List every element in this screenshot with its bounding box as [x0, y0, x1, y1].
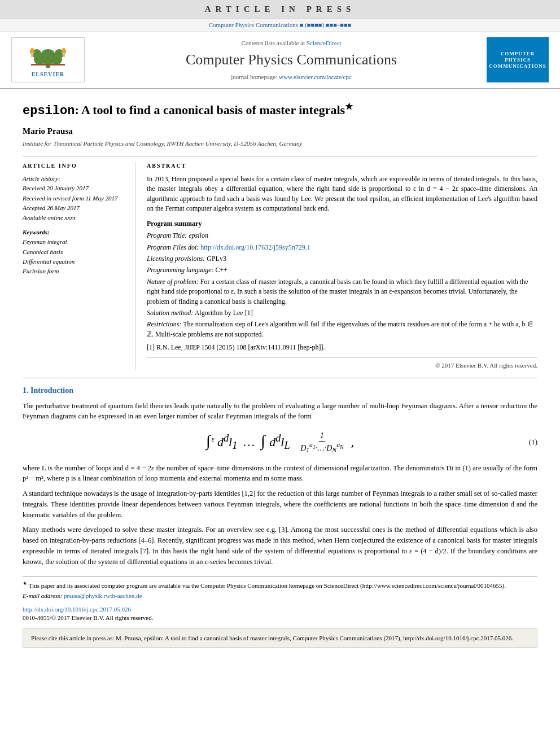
contents-label: Contents lists available at [241, 40, 305, 46]
issn-text: 0010-4655/© 2017 Elsevier B.V. All right… [23, 614, 154, 621]
program-summary: Program summary Program Title: epsilon P… [147, 219, 537, 352]
licensing-line: Licensing provisions: GPLv3 [147, 254, 537, 264]
cpc-logo-title: COMPUTER PHYSICS COMMUNICATIONS [489, 51, 546, 69]
author-name: Mario Prausa [23, 125, 537, 137]
program-summary-title: Program summary [147, 219, 537, 229]
history-label: Article history: [23, 174, 127, 183]
footnote-email: E-mail address: prausa@physik.rwth-aache… [23, 592, 537, 600]
journal-title: Computer Physics Communications [96, 50, 487, 70]
article-info-col: ARTICLE INFO Article history: Received 2… [23, 162, 135, 370]
journal-link-bar: Computer Physics Communications ■ (■■■■)… [0, 19, 560, 32]
abstract-reference: [1] R.N. Lee, JHEP 1504 (2015) 108 [arXi… [147, 343, 537, 352]
abstract-col: ABSTRACT In 2013, Henn proposed a specia… [147, 162, 537, 370]
language-line: Programming language: C++ [147, 265, 537, 275]
licensing-value: GPLv3 [207, 255, 226, 263]
keyword-3: Differential equation [23, 257, 127, 266]
prog-files-link[interactable]: http://dx.doi.org/10.17632/j59sy5n729.1 [200, 243, 310, 251]
article-title: epsilon: A tool to find a canonical basi… [23, 101, 537, 120]
keyword-2: Canonical basis [23, 248, 127, 256]
eq-number-1: (1) [529, 437, 537, 447]
solution-label: Solution method: [147, 309, 193, 317]
homepage-label: journal homepage: [231, 73, 277, 80]
journal-logo-right: COMPUTER PHYSICS COMMUNICATIONS [487, 37, 549, 82]
solution-text: Algorithm by Lee [1] [195, 309, 253, 317]
cite-box: Please cite this article in press as: M.… [23, 628, 537, 648]
restrictions-label: Restrictions: [147, 320, 181, 328]
sciencedirect-link[interactable]: ScienceDirect [307, 40, 342, 46]
contents-link-line: Contents lists available at ScienceDirec… [96, 39, 487, 47]
doi-link[interactable]: http://dx.doi.org/10.1016/j.cpc.2017.05.… [23, 606, 131, 613]
solution-line: Solution method: Algorithm by Lee [1] [147, 308, 537, 318]
nature-text: For a certain class of master integrals,… [147, 278, 528, 305]
svg-rect-8 [31, 53, 33, 57]
nature-label: Nature of problem: [147, 278, 199, 286]
intro-para1: The perturbative treatment of quantum fi… [23, 401, 537, 422]
language-label: Programming language: [147, 266, 214, 274]
homepage-link[interactable]: www.elsevier.com/locate/cpc [279, 73, 352, 80]
doi-section: http://dx.doi.org/10.1016/j.cpc.2017.05.… [23, 605, 537, 623]
abstract-text: In 2013, Henn proposed a special basis f… [147, 174, 537, 214]
intro-para3: A standard technique nowadays is the usa… [23, 488, 537, 520]
article-info-abstract: ARTICLE INFO Article history: Received 2… [23, 156, 537, 370]
prog-files-line: Program Files doi: http://dx.doi.org/10.… [147, 243, 537, 252]
footnote-star: ★ This paper and its associated computer… [23, 580, 537, 590]
elsevier-logo: ELSEVIER [11, 37, 85, 82]
received-date: Received 20 January 2017 [23, 184, 127, 193]
footnote-section: ★ This paper and its associated computer… [23, 576, 537, 600]
journal-title-center: Contents lists available at ScienceDirec… [96, 39, 487, 81]
keyword-4: Fuchsian form [23, 267, 127, 276]
online-date: Available online xxxx [23, 213, 127, 222]
title-star: ★ [345, 102, 353, 111]
copyright-line: © 2017 Elsevier B.V. All rights reserved… [147, 357, 537, 370]
accepted-date: Accepted 26 May 2017 [23, 204, 127, 212]
journal-header: ELSEVIER Contents lists available at Sci… [0, 32, 560, 89]
restrictions-text: The normalization step of Lee's algorith… [147, 320, 533, 338]
intro-para4: Many methods were developed to solve the… [23, 525, 537, 567]
keywords-label: Keywords: [23, 228, 127, 237]
introduction-heading: 1. Introduction [23, 385, 537, 396]
svg-rect-10 [63, 53, 65, 57]
journal-link[interactable]: Computer Physics Communications ■ (■■■■)… [209, 21, 351, 28]
svg-rect-6 [31, 64, 65, 65]
section-divider [23, 378, 537, 378]
article-main: epsilon: A tool to find a canonical basi… [0, 89, 560, 653]
equation-1: ∫ε ddl1 … ∫ ddlL 1 D1a1·…·DNaN , (1) [23, 430, 537, 455]
revised-date: Received in revised form 11 May 2017 [23, 194, 127, 203]
article-in-press-banner: ARTICLE IN PRESS [0, 0, 560, 19]
intro-para2: where L is the number of loops and d = 4… [23, 463, 537, 484]
article-title-epsilon: epsilon [23, 104, 75, 119]
abstract-label: ABSTRACT [147, 162, 537, 170]
elsevier-text: ELSEVIER [32, 71, 65, 78]
language-value: C++ [216, 266, 228, 274]
prog-files-label: Program Files doi: [147, 243, 199, 251]
affiliation: Institute for Theoretical Particle Physi… [23, 139, 537, 148]
homepage-link-line: journal homepage: www.elsevier.com/locat… [96, 73, 487, 81]
nature-line: Nature of problem: For a certain class o… [147, 277, 537, 307]
prog-title-label: Program Title: [147, 231, 187, 239]
email-link[interactable]: prausa@physik.rwth-aachen.de [64, 592, 142, 599]
licensing-label: Licensing provisions: [147, 255, 205, 263]
article-history: Article history: Received 20 January 201… [23, 174, 127, 222]
article-title-rest: : A tool to find a canonical basis of ma… [75, 103, 345, 117]
keywords-section: Keywords: Feynman integral Canonical bas… [23, 228, 127, 276]
article-info-label: ARTICLE INFO [23, 162, 127, 170]
restrictions-line: Restrictions: The normalization step of … [147, 320, 537, 339]
keyword-1: Feynman integral [23, 238, 127, 246]
prog-title-line: Program Title: epsilon [147, 231, 537, 241]
